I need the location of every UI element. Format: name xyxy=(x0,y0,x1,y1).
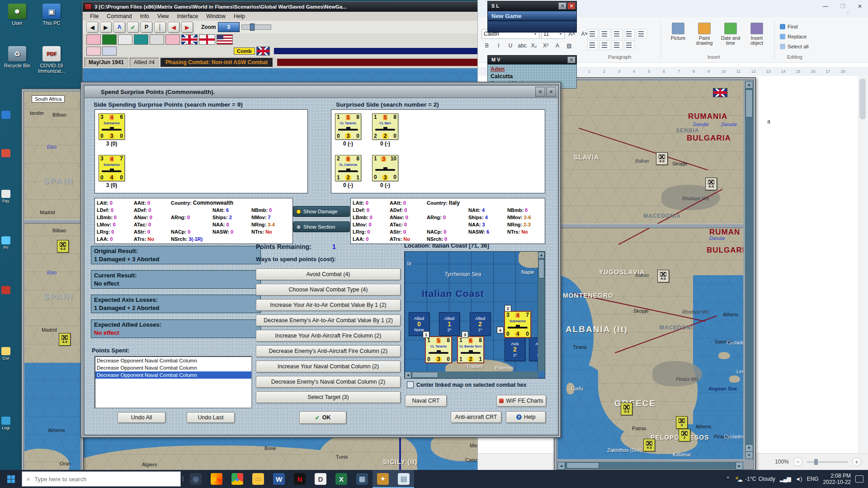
unit-counter[interactable]: 268 CL Cadorna 121 xyxy=(335,155,361,181)
scrollbar-thumb[interactable] xyxy=(745,89,753,117)
zoom-out-button[interactable]: − xyxy=(793,457,802,466)
taskbar-chat-icon[interactable]: ◎ xyxy=(185,470,206,488)
wif-fe-charts-button[interactable]: WIF FE Charts xyxy=(496,395,546,407)
toolbar-button[interactable]: ▶ xyxy=(181,22,193,33)
paragraph-dialog-icon[interactable] xyxy=(624,40,635,50)
spend-point-button[interactable]: Decrease Enemy's Anti-Aircraft Fire Colu… xyxy=(256,345,401,357)
minimap-horizontal-scrollbar[interactable]: ◄ xyxy=(405,371,538,378)
signal-icon[interactable]: ▂▄▆ xyxy=(780,476,791,482)
zoom-in-button[interactable]: + xyxy=(852,457,861,466)
show-damage-radio[interactable]: Show Damage xyxy=(293,206,350,217)
unit-counter[interactable]: 347 Submarine 040 xyxy=(505,311,531,338)
toolbar-button[interactable]: P xyxy=(141,22,152,33)
insert-object-button[interactable]: Insert object xyxy=(745,21,769,51)
desktop-edge-icon[interactable] xyxy=(0,149,12,158)
taskbar-explorer-icon[interactable]: ▭ xyxy=(248,470,269,488)
show-section-radio[interactable]: Show Section xyxy=(293,221,350,232)
spend-point-button[interactable]: Choose Naval Combat Type (4) xyxy=(256,284,401,296)
palette-color-button[interactable] xyxy=(86,47,101,56)
decrease-indent-icon[interactable] xyxy=(587,29,598,39)
align-right-icon[interactable] xyxy=(599,40,610,50)
toolbar-button[interactable]: │ xyxy=(154,22,166,33)
close-button[interactable]: ✕ xyxy=(567,2,576,9)
scroll-down-icon[interactable]: ▼ xyxy=(745,444,753,452)
left-map-content[interactable]: South Africa 4-3 4-3 tander Bilbao Ebro … xyxy=(24,92,80,471)
spend-point-button[interactable]: Select Target (3) xyxy=(256,391,401,403)
toolbar-button[interactable]: ▶ xyxy=(100,22,112,33)
unit-counter[interactable]: 158 CL Taranto 030 xyxy=(335,113,361,140)
scroll-up-icon[interactable]: ▲ xyxy=(745,81,753,89)
minimize-button[interactable]: — xyxy=(817,0,834,13)
map-unit-counter[interactable]: 4-3 xyxy=(656,152,668,165)
taskbar-word-icon[interactable]: W xyxy=(269,470,289,488)
scroll-left-icon[interactable]: ◄ xyxy=(557,462,565,470)
volume-icon[interactable]: ◄) xyxy=(795,476,802,482)
points-spent-listbox[interactable]: Decrease Opponent Naval Combat Column De… xyxy=(94,356,252,408)
scroll-page-down-icon[interactable]: ⏷ xyxy=(745,451,753,459)
desktop-icon-recycle-bin[interactable]: ♻ Recycle Bin xyxy=(1,46,33,68)
uk-flag-icon[interactable] xyxy=(181,34,198,45)
new-game-title-bar[interactable]: New Game xyxy=(487,11,577,21)
picture-button[interactable]: Picture xyxy=(666,21,690,51)
menu-item[interactable]: Info xyxy=(140,13,149,19)
taskbar-chrome-icon[interactable]: ● xyxy=(227,470,248,488)
taskbar-d-icon[interactable]: D xyxy=(310,470,331,488)
window-pattern-button[interactable]: ✕ xyxy=(535,87,545,97)
scroll-left-icon[interactable]: ◄ xyxy=(405,371,411,379)
taskbar-excel-icon[interactable]: X xyxy=(331,470,352,488)
scroll-up-icon[interactable]: ▲ xyxy=(538,252,545,258)
balkans-map-content[interactable]: RUMANIA Danube Danube SERBIA BULGARIA SL… xyxy=(557,81,743,459)
menu-item[interactable]: File xyxy=(90,13,99,19)
toolbar-button[interactable]: A xyxy=(113,22,125,33)
clock[interactable]: 2:08 PM 2022-10-22 xyxy=(823,473,851,485)
help-button[interactable]: ? Help xyxy=(506,411,546,423)
desktop-edge-icon[interactable]: Civi xyxy=(0,347,12,361)
map-unit-counter[interactable]: 4-3 xyxy=(643,439,655,451)
wordpad-vertical-scrollbar[interactable] xyxy=(858,76,868,454)
desktop-edge-icon[interactable]: Logi xyxy=(0,417,12,430)
map-unit-counter[interactable]: 2 xyxy=(679,429,690,441)
unit-counter[interactable]: 168 CL Bande Nere 121 xyxy=(458,337,484,363)
close-button[interactable]: ✕ xyxy=(567,56,576,63)
unit-counter[interactable]: 1310 030 xyxy=(372,155,398,181)
select-all-button[interactable]: Select all xyxy=(780,42,809,51)
map-unit-counter[interactable]: 4-3 xyxy=(59,333,71,346)
replace-button[interactable]: Replace xyxy=(780,33,809,41)
increase-indent-icon[interactable] xyxy=(599,29,610,39)
naval-crt-button[interactable]: Naval CRT xyxy=(405,395,447,407)
zoom-slider[interactable] xyxy=(807,461,848,463)
mv-window-title-bar[interactable]: M V ✕ xyxy=(487,55,577,64)
combat-minimap[interactable]: ia Tyrrhenian Sea Italian Coast Naple Tr… xyxy=(404,251,545,379)
map-unit-counter[interactable]: 4-3 xyxy=(57,240,69,253)
notification-icon[interactable] xyxy=(855,475,863,483)
unit-counter[interactable]: 347 Submarine 040 xyxy=(99,155,125,181)
toolbar-button[interactable]: ◀ xyxy=(168,22,179,33)
spend-point-button[interactable]: Avoid Combat (4) xyxy=(256,268,401,280)
map-horizontal-scrollbar[interactable]: ◄ ► xyxy=(557,462,743,469)
palette-color-button[interactable] xyxy=(102,34,117,45)
window-pattern-button[interactable]: ✕ xyxy=(558,2,566,9)
map-unit-counter[interactable]: 4-3 xyxy=(657,270,669,282)
desktop-edge-icon[interactable]: Pay xyxy=(0,190,12,203)
paint-drawing-button[interactable]: Paint drawing xyxy=(692,21,717,51)
desktop-edge-icon[interactable]: Pri xyxy=(0,236,12,250)
menu-item[interactable]: Help xyxy=(234,13,245,19)
scroll-right-icon[interactable]: ► xyxy=(736,462,743,470)
palette-color-button[interactable] xyxy=(102,47,117,56)
scrollbar-thumb[interactable] xyxy=(538,259,544,278)
points-spent-item[interactable]: Decrease Opponent Naval Combat Column xyxy=(95,364,251,371)
taskbar-firefox-icon[interactable] xyxy=(206,470,227,488)
force-pool-box[interactable]: Allied 1 2* xyxy=(439,312,460,336)
language-indicator[interactable]: ENG xyxy=(807,476,819,482)
force-pool-box[interactable]: Allied 2 1* xyxy=(470,312,491,336)
ok-button[interactable]: ✔ OK xyxy=(299,411,346,424)
port-list-item[interactable]: Calcutta xyxy=(491,73,576,80)
palette-color-button[interactable] xyxy=(165,34,180,45)
desktop-icon-covid-pdf[interactable]: PDF COVID-19 Immunizat... xyxy=(35,46,68,74)
line-spacing-icon[interactable] xyxy=(624,29,635,39)
spend-point-button[interactable]: Increase Your Air-to-Air Combat Value By… xyxy=(256,299,401,311)
points-spent-item[interactable]: Decrease Opponent Naval Combat Column xyxy=(95,371,251,379)
desktop-icon-this-pc[interactable]: ▣ This PC xyxy=(35,4,68,26)
scrollbar-thumb[interactable] xyxy=(859,79,866,119)
palette-color-button[interactable] xyxy=(118,34,132,45)
